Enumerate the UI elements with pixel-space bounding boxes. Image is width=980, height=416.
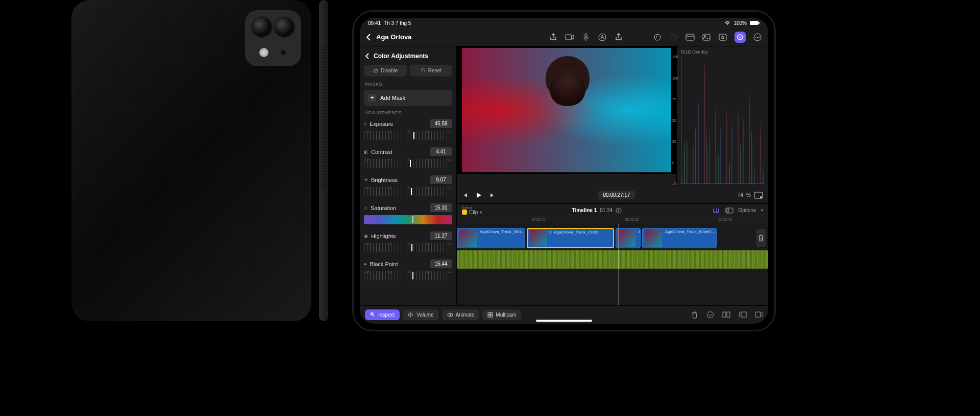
adjustment-value[interactable]: 15.31 (430, 203, 452, 212)
view-mode-icon[interactable] (754, 192, 763, 199)
timeline-edge-tool[interactable] (756, 229, 766, 247)
options-button[interactable]: Options (739, 207, 756, 213)
clip-mode-button[interactable]: Clip (469, 210, 478, 215)
animate-icon (447, 312, 453, 318)
adjustment-value[interactable]: 4.41 (430, 147, 452, 156)
disable-button[interactable]: Disable (364, 65, 407, 76)
add-mask-button[interactable]: + Add Mask (364, 90, 452, 106)
camera-icon[interactable] (565, 33, 574, 42)
enable-button[interactable] (706, 311, 714, 319)
volume-icon (408, 312, 414, 318)
timeline-clip[interactable]: AgaOrlova_Track_WideO… (642, 228, 717, 248)
scope-tick: 50 (672, 118, 676, 122)
project-title: Aga Orlova (376, 33, 411, 41)
adjustment-slider[interactable]: -100-50050100 (364, 187, 452, 196)
animate-tab[interactable]: Animate (442, 309, 480, 320)
timeline-name: Timeline 1 (572, 207, 597, 213)
adjustment-row: ◉Highlights 11.27 -100-50050100 (364, 230, 452, 252)
playhead[interactable] (619, 224, 619, 305)
adjustment-label: Exposure (370, 121, 393, 127)
clip-name: AgaOrlova_Track_Wid… (480, 229, 525, 234)
scope-title: RGB Overlay (681, 49, 764, 55)
scope-tick: 0 (672, 161, 674, 164)
redo-icon[interactable] (669, 33, 678, 42)
adjustment-row: ◐Contrast 4.41 -100-50050100 (364, 146, 452, 168)
timeline-clip[interactable]: AgaOrlova_Track_CU03 (527, 228, 614, 248)
adjustment-slider[interactable]: -100-50050100 (364, 159, 452, 168)
timeline-clip[interactable]: A… (616, 228, 641, 248)
clip-name: A… (639, 229, 641, 234)
svg-rect-29 (491, 313, 493, 315)
home-indicator[interactable] (536, 320, 592, 322)
volume-tab[interactable]: Volume (403, 309, 438, 320)
clip-thumbnail (618, 229, 635, 247)
undo-icon[interactable] (653, 33, 662, 42)
audio-track[interactable] (457, 250, 768, 269)
adjustment-value[interactable]: 11.27 (430, 231, 452, 240)
transport-bar: 00:00:27:17 74 % (457, 187, 768, 203)
back-button[interactable] (366, 34, 371, 41)
svg-rect-30 (488, 315, 490, 317)
trim-end-button[interactable] (755, 311, 763, 319)
zoom-value[interactable]: 74 (738, 192, 743, 198)
chevron-down-icon[interactable]: ▾ (480, 210, 482, 215)
adjustment-slider[interactable]: -100-50050100 (364, 271, 452, 280)
inspect-tab[interactable]: Inspect (365, 309, 400, 320)
photo-icon[interactable] (702, 33, 711, 42)
svg-rect-28 (488, 313, 490, 315)
adjustment-icon: ◐ (364, 149, 368, 154)
scope-tick: -20 (672, 182, 677, 186)
svg-point-10 (704, 35, 706, 37)
delete-button[interactable] (691, 311, 698, 319)
adjustment-slider[interactable]: -100-50050100 (364, 215, 452, 224)
adjustment-icon: ◇ (364, 205, 368, 211)
battery-icon (750, 20, 760, 25)
svg-point-20 (760, 196, 762, 198)
play-button[interactable] (475, 192, 482, 199)
info-icon[interactable] (616, 207, 622, 214)
timecode-display[interactable]: 00:00:27:17 (598, 191, 635, 199)
prev-frame-button[interactable] (462, 192, 468, 198)
panel-back-icon[interactable] (365, 53, 370, 59)
camera-lens-icon (251, 16, 273, 38)
effects-icon[interactable] (718, 33, 727, 42)
split-button[interactable] (722, 311, 730, 319)
export-icon[interactable] (614, 33, 623, 42)
timeline-duration: 01:24 (600, 207, 612, 213)
timeline-clip[interactable]: AgaOrlova_Track_Wid… (457, 228, 525, 248)
text-icon[interactable] (598, 33, 607, 42)
timeline-ruler[interactable]: 00:00:15 00:00:30 00:00:45 (457, 217, 768, 224)
adjustment-row: ◇Saturation 15.31 -100-50050100 (364, 202, 452, 224)
svg-point-17 (758, 37, 760, 38)
more-icon[interactable] (753, 33, 762, 42)
clip-view-icon[interactable] (725, 207, 733, 214)
wifi-icon (724, 20, 730, 25)
next-frame-button[interactable] (489, 192, 496, 198)
clip-thumbnail (645, 229, 662, 247)
trim-start-button[interactable] (739, 311, 747, 319)
reset-button[interactable]: Reset (410, 65, 453, 76)
mic-icon[interactable] (581, 33, 591, 42)
color-inspector-icon[interactable] (734, 32, 746, 43)
adjustment-value[interactable]: 9.07 (430, 175, 452, 184)
share-icon[interactable] (549, 33, 558, 42)
snap-icon[interactable] (712, 207, 720, 214)
adjustment-icon: ☀ (364, 177, 368, 183)
adjustment-value[interactable]: 45.59 (430, 119, 452, 128)
reset-icon (421, 68, 426, 73)
adjustment-slider[interactable]: -100-50050100 (364, 131, 452, 140)
video-track[interactable]: AgaOrlova_Track_Wid…AgaOrlova_Track_CU03… (457, 228, 768, 248)
svg-rect-11 (719, 34, 726, 40)
chevron-down-icon[interactable]: ▾ (761, 208, 763, 213)
timeline-area[interactable]: AgaOrlova_Track_Wid…AgaOrlova_Track_CU03… (457, 224, 768, 305)
svg-point-23 (618, 209, 619, 210)
browser-icon[interactable] (685, 33, 695, 42)
svg-point-5 (654, 34, 660, 40)
svg-rect-2 (566, 35, 572, 40)
video-viewer[interactable] (457, 46, 676, 174)
adjustment-value[interactable]: 15.44 (430, 259, 452, 268)
status-bar: 09:41 Th 3 7 thg 5 100% (360, 18, 768, 28)
clip-thumbnail (530, 230, 547, 246)
adjustment-slider[interactable]: -100-50050100 (364, 243, 452, 252)
multicam-tab[interactable]: Multicam (482, 309, 521, 320)
